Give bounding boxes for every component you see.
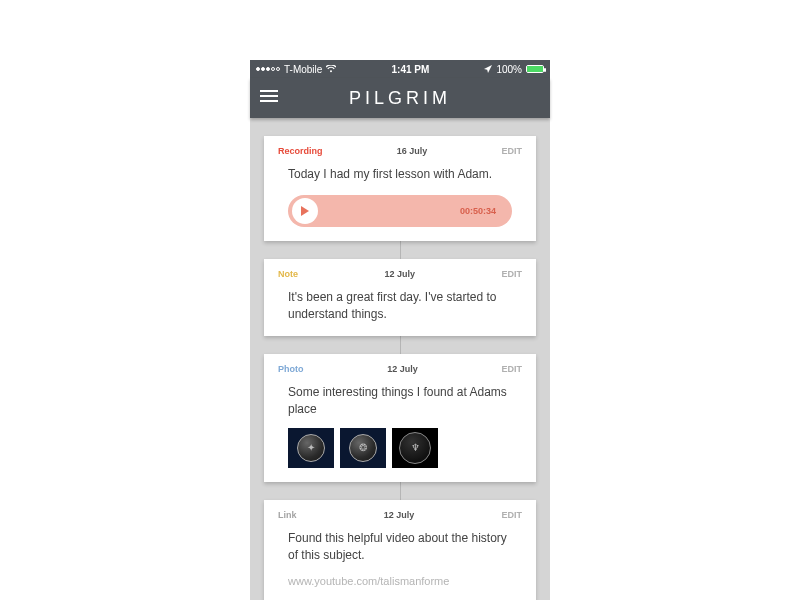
app-title: PILGRIM [349,88,451,109]
status-right: 100% [484,64,544,75]
entry-date: 12 July [387,364,418,374]
entry-tag: Link [278,510,297,520]
audio-duration: 00:50:34 [460,205,496,218]
audio-player-wrap: 00:50:34 [278,195,522,227]
entry-text: Found this helpful video about the histo… [278,530,522,564]
edit-button[interactable]: EDIT [501,364,522,374]
entry-date: 16 July [397,146,428,156]
photo-thumbs: ✦ ❂ ♆ [278,428,522,468]
entry-card-link: Link 12 July EDIT Found this helpful vid… [264,500,536,600]
entry-card-recording: Recording 16 July EDIT Today I had my fi… [264,136,536,241]
card-header: Photo 12 July EDIT [278,364,522,374]
navbar: PILGRIM [250,78,550,118]
status-bar: T-Mobile 1:41 PM 100% [250,60,550,78]
entry-tag: Recording [278,146,323,156]
edit-button[interactable]: EDIT [501,269,522,279]
edit-button[interactable]: EDIT [501,146,522,156]
location-icon [484,64,492,75]
play-button[interactable] [292,198,318,224]
photo-thumb[interactable]: ✦ [288,428,334,468]
card-header: Recording 16 July EDIT [278,146,522,156]
entry-date: 12 July [384,269,415,279]
entry-url[interactable]: www.youtube.com/talismanforme [278,574,522,589]
entry-card-note: Note 12 July EDIT It's been a great firs… [264,259,536,337]
photo-thumb[interactable]: ❂ [340,428,386,468]
phone-frame: T-Mobile 1:41 PM 100% PILGRIM Recording … [250,60,550,600]
entry-text: Today I had my first lesson with Adam. [278,166,522,183]
photo-thumb[interactable]: ♆ [392,428,438,468]
entry-tag: Photo [278,364,304,374]
audio-player[interactable]: 00:50:34 [288,195,512,227]
wifi-icon [326,64,336,75]
play-icon [300,206,310,216]
entry-card-photo: Photo 12 July EDIT Some interesting thin… [264,354,536,482]
card-header: Note 12 July EDIT [278,269,522,279]
status-left: T-Mobile [256,64,336,75]
battery-pct: 100% [496,64,522,75]
card-header: Link 12 July EDIT [278,510,522,520]
entry-text: Some interesting things I found at Adams… [278,384,522,418]
menu-button[interactable] [260,90,278,102]
entry-tag: Note [278,269,298,279]
signal-dots-icon [256,67,280,71]
edit-button[interactable]: EDIT [501,510,522,520]
battery-icon [526,65,544,73]
timeline[interactable]: Recording 16 July EDIT Today I had my fi… [250,136,550,600]
carrier-label: T-Mobile [284,64,322,75]
entry-text: It's been a great first day. I've starte… [278,289,522,323]
entry-date: 12 July [384,510,415,520]
status-time: 1:41 PM [391,64,429,75]
